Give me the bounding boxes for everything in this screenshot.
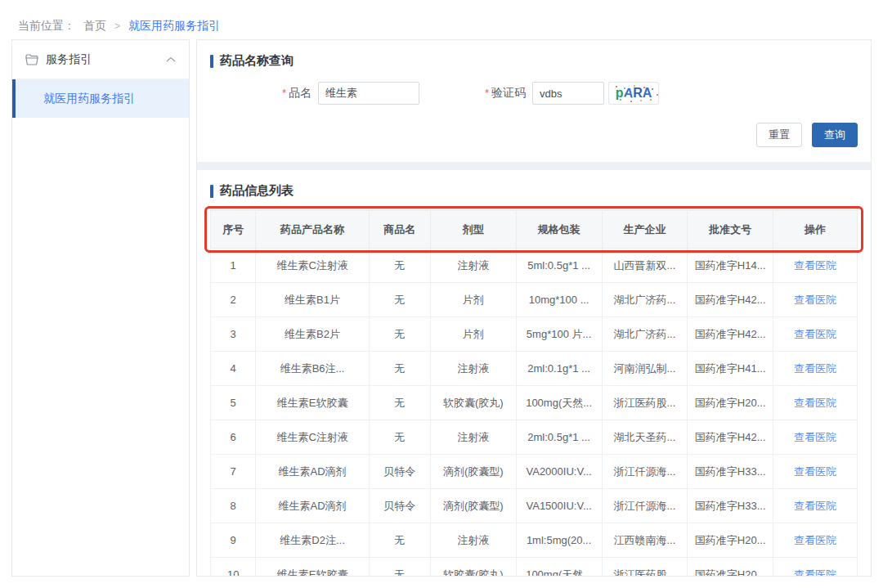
view-hospital-link[interactable]: 查看医院 xyxy=(794,431,836,443)
cell-form: 注射液 xyxy=(430,352,516,386)
cell-brand: 贝特令 xyxy=(369,455,430,489)
view-hospital-link[interactable]: 查看医院 xyxy=(794,259,836,272)
section-title-bar xyxy=(210,185,213,198)
chevron-up-icon[interactable] xyxy=(166,56,176,62)
breadcrumb-current[interactable]: 就医用药服务指引 xyxy=(128,19,220,34)
cell-no: 2 xyxy=(211,283,256,317)
cell-brand: 无 xyxy=(369,420,430,455)
section-title-bar xyxy=(210,55,213,68)
cell-no: 1 xyxy=(211,249,256,283)
cell-approval: 国药准字H42... xyxy=(688,283,773,317)
cell-spec: VA1500IU:V... xyxy=(516,489,602,523)
breadcrumb-home-link[interactable]: 首页 xyxy=(83,19,106,34)
cell-manufacturer: 浙江医药股... xyxy=(602,386,688,420)
cell-brand: 无 xyxy=(369,283,430,317)
view-hospital-link[interactable]: 查看医院 xyxy=(794,328,836,340)
cell-form: 片剂 xyxy=(430,317,516,352)
query-form: *品名 *验证码 p A R A xyxy=(210,82,858,105)
main-panel: 药品名称查询 *品名 *验证码 p A R A 重置 查询 xyxy=(196,39,872,577)
cell-approval: 国药准字H20... xyxy=(688,523,773,558)
cell-brand: 无 xyxy=(369,386,430,420)
breadcrumb-separator: > xyxy=(114,20,120,32)
form-actions: 重置 查询 xyxy=(210,123,858,147)
cell-spec: 5ml:0.5g*1 ... xyxy=(516,249,602,283)
cell-name: 维生素C注射液 xyxy=(256,420,369,455)
page-layout: 服务指引 就医用药服务指引 药品名称查询 *品名 *验证码 xyxy=(0,39,883,577)
table-row: 5 维生素E软胶囊 无 软胶囊(胶丸) 100mg(天然... 浙江医药股...… xyxy=(211,386,858,420)
cell-name: 维生素B2片 xyxy=(256,317,369,352)
cell-form: 滴剂(胶囊型) xyxy=(430,455,516,489)
column-header-spec: 规格包装 xyxy=(516,211,602,249)
column-header-approval: 批准文号 xyxy=(688,211,773,249)
table-row: 1 维生素C注射液 无 注射液 5ml:0.5g*1 ... 山西晋新双... … xyxy=(211,249,858,283)
cell-name: 维生素C注射液 xyxy=(256,249,369,283)
sidebar-item-label: 就医用药服务指引 xyxy=(43,92,135,106)
captcha-letter: R xyxy=(633,87,643,100)
view-hospital-link[interactable]: 查看医院 xyxy=(794,568,836,577)
table-header-row: 序号 药品产品名称 商品名 剂型 规格包装 生产企业 批准文号 操作 xyxy=(211,211,858,249)
cell-spec: 100mg(天然... xyxy=(516,558,602,577)
captcha-image[interactable]: p A R A xyxy=(608,82,659,105)
cell-spec: 100mg(天然... xyxy=(516,386,602,420)
cell-approval: 国药准字H20... xyxy=(688,386,773,420)
reset-button[interactable]: 重置 xyxy=(756,123,802,147)
sidebar-item-guide[interactable]: 就医用药服务指引 xyxy=(12,79,189,118)
sidebar-group-header[interactable]: 服务指引 xyxy=(12,40,189,79)
cell-approval: 国药准字H14... xyxy=(688,249,773,283)
list-section-title: 药品信息列表 xyxy=(210,183,858,199)
cell-manufacturer: 浙江仟源海... xyxy=(602,455,688,489)
search-button[interactable]: 查询 xyxy=(812,123,858,147)
cell-manufacturer: 山西晋新双... xyxy=(602,249,688,283)
cell-approval: 国药准字H20... xyxy=(688,558,773,577)
cell-approval: 国药准字H33... xyxy=(688,455,773,489)
table-row: 7 维生素AD滴剂 贝特令 滴剂(胶囊型) VA2000IU:V... 浙江仟源… xyxy=(211,455,858,489)
cell-brand: 无 xyxy=(369,249,430,283)
cell-no: 7 xyxy=(211,455,256,489)
view-hospital-link[interactable]: 查看医院 xyxy=(794,534,836,546)
cell-manufacturer: 河南润弘制... xyxy=(602,352,688,386)
query-section-title-text: 药品名称查询 xyxy=(220,53,294,69)
column-header-form: 剂型 xyxy=(430,211,516,249)
cell-spec: 2ml:0.1g*1 ... xyxy=(516,352,602,386)
cell-form: 软胶囊(胶丸) xyxy=(430,558,516,577)
cell-name: 维生素AD滴剂 xyxy=(256,455,369,489)
table-row: 3 维生素B2片 无 片剂 5mg*100 片... 湖北广济药... 国药准字… xyxy=(211,317,858,352)
cell-spec: 1ml:5mg(20... xyxy=(516,523,602,558)
table-row: 8 维生素AD滴剂 贝特令 滴剂(胶囊型) VA1500IU:V... 浙江仟源… xyxy=(211,489,858,523)
cell-spec: VA2000IU:V... xyxy=(516,455,602,489)
view-hospital-link[interactable]: 查看医院 xyxy=(794,465,836,478)
table-row: 2 维生素B1片 无 片剂 10mg*100 ... 湖北广济药... 国药准字… xyxy=(211,283,858,317)
cell-manufacturer: 浙江仟源海... xyxy=(602,489,688,523)
drug-name-input[interactable] xyxy=(318,82,419,105)
cell-brand: 贝特令 xyxy=(369,489,430,523)
view-hospital-link[interactable]: 查看医院 xyxy=(794,294,836,306)
list-section-title-text: 药品信息列表 xyxy=(220,183,294,199)
captcha-input[interactable] xyxy=(532,82,604,105)
cell-manufacturer: 江西赣南海... xyxy=(602,523,688,558)
cell-name: 维生素E软胶囊 xyxy=(256,558,369,577)
cell-name: 维生素B6注... xyxy=(256,352,369,386)
breadcrumb-label: 当前位置： xyxy=(18,19,75,34)
cell-name: 维生素AD滴剂 xyxy=(256,489,369,523)
cell-brand: 无 xyxy=(369,317,430,352)
view-hospital-link[interactable]: 查看医院 xyxy=(794,397,836,409)
cell-spec: 2ml:0.5g*1 ... xyxy=(516,420,602,455)
cell-approval: 国药准字H33... xyxy=(688,489,773,523)
cell-no: 4 xyxy=(211,352,256,386)
view-hospital-link[interactable]: 查看医院 xyxy=(794,500,836,512)
cell-name: 维生素B1片 xyxy=(256,283,369,317)
cell-no: 8 xyxy=(211,489,256,523)
cell-no: 6 xyxy=(211,420,256,455)
cell-approval: 国药准字H42... xyxy=(688,420,773,455)
cell-name: 维生素E软胶囊 xyxy=(256,386,369,420)
cell-form: 注射液 xyxy=(430,249,516,283)
table-row: 4 维生素B6注... 无 注射液 2ml:0.1g*1 ... 河南润弘制..… xyxy=(211,352,858,386)
folder-icon xyxy=(25,54,38,65)
view-hospital-link[interactable]: 查看医院 xyxy=(794,362,836,375)
section-divider xyxy=(197,162,871,170)
cell-brand: 无 xyxy=(369,352,430,386)
cell-name: 维生素D2注... xyxy=(256,523,369,558)
cell-form: 软胶囊(胶丸) xyxy=(430,386,516,420)
captcha-label: *验证码 xyxy=(485,86,532,101)
column-header-manufacturer: 生产企业 xyxy=(602,211,688,249)
